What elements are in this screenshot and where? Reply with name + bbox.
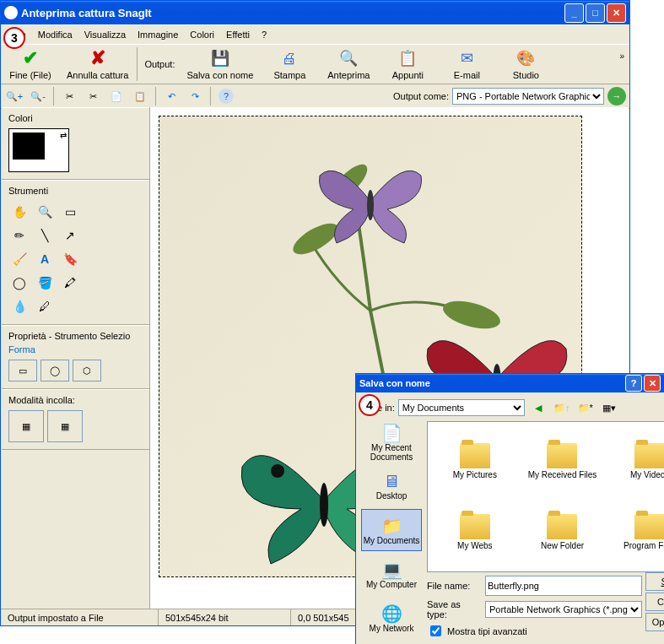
svg-point-7 — [320, 483, 328, 527]
maximize-button[interactable]: □ — [586, 3, 605, 23]
format-combo[interactable]: PNG - Portable Network Graphics — [452, 88, 604, 105]
menubar: File Modifica Visualizza Immagine Colori… — [1, 24, 629, 44]
place-mynet[interactable]: 🌐My Network — [361, 597, 422, 639]
pencil-tool[interactable]: ✏ — [8, 225, 30, 246]
help-icon: ? — [219, 89, 234, 104]
menu-visualizza[interactable]: Visualizza — [79, 28, 131, 41]
cut-button[interactable]: ✂ — [83, 86, 103, 106]
menu-immagine[interactable]: Immagine — [132, 28, 183, 41]
cancel-label: Annulla cattura — [67, 70, 128, 80]
minimize-button[interactable]: _ — [564, 3, 584, 23]
properties-title: Proprietà - Strumento Selezio — [5, 329, 146, 343]
paste-mode-2[interactable]: ▦ — [47, 410, 83, 442]
save-as-button[interactable]: 💾Salva con nome — [180, 46, 260, 82]
place-recent[interactable]: 📄My Recent Documents — [361, 421, 422, 463]
cancel-capture-button[interactable]: ✘ Annulla cattura — [60, 46, 135, 82]
output-come-label: Output come: — [393, 91, 449, 101]
annotation-3: 3 — [3, 27, 25, 49]
zoom-in-button[interactable]: 🔍+ — [4, 86, 24, 106]
zoom-out-button[interactable]: 🔍- — [28, 86, 48, 106]
folder-videos[interactable]: My Videos — [607, 427, 664, 495]
zoom-tool[interactable]: 🔍 — [34, 201, 56, 223]
clipboard-button[interactable]: 📋Appunti — [378, 46, 437, 82]
type-combo[interactable]: Portable Network Graphics (*.png) — [485, 601, 642, 618]
fill-tool[interactable]: 🪣 — [34, 272, 56, 294]
color-swatch[interactable]: ⇄ — [8, 128, 69, 172]
place-desktop[interactable]: 🖥Desktop — [361, 465, 422, 507]
undo-icon: ↶ — [168, 91, 175, 102]
folder-program[interactable]: Program Files — [607, 499, 664, 567]
finish-label: Fine (File) — [9, 70, 51, 80]
email-button[interactable]: ✉E-mail — [437, 46, 496, 82]
advanced-checkbox[interactable] — [430, 625, 441, 636]
folder-new[interactable]: New Folder — [521, 499, 605, 567]
marker-tool[interactable]: 🖊 — [34, 295, 56, 317]
save-help-button[interactable]: ? — [625, 375, 642, 392]
menu-help[interactable]: ? — [256, 28, 272, 41]
swap-icon[interactable]: ⇄ — [60, 131, 67, 140]
place-mydocs[interactable]: 📁My Documents — [361, 509, 422, 551]
line-tool[interactable]: ╲ — [34, 225, 56, 246]
copy-icon: 📄 — [111, 91, 122, 102]
arrow-tool[interactable]: ↗ — [59, 225, 81, 246]
cancel-button[interactable]: Cancel — [645, 593, 664, 611]
select-tool[interactable]: ▭ — [59, 201, 81, 223]
paste-button[interactable]: 📋 — [130, 86, 150, 106]
close-button[interactable]: ✕ — [607, 3, 626, 23]
titlebar: Anteprima cattura SnagIt _ □ ✕ — [1, 1, 629, 24]
places-bar: 📄My Recent Documents 🖥Desktop 📁My Docume… — [361, 421, 422, 639]
hand-tool[interactable]: ✋ — [8, 201, 30, 223]
preview-icon: 🔍 — [339, 48, 358, 68]
preview-button[interactable]: 🔍Anteprima — [319, 46, 378, 82]
views-button[interactable]: ▦▾ — [599, 398, 619, 418]
save-button[interactable]: Save — [645, 572, 664, 591]
finish-button[interactable]: ✔ Fine (File) — [1, 46, 60, 82]
mydocs-icon: 📁 — [381, 516, 402, 536]
overflow-icon[interactable]: » — [619, 51, 624, 61]
menu-effetti[interactable]: Effetti — [221, 28, 255, 41]
help-button[interactable]: ? — [216, 86, 236, 106]
print-button[interactable]: 🖨Stampa — [260, 46, 319, 82]
back-button[interactable]: ◀ — [528, 398, 548, 418]
sidebar: Colori ⇄ Strumenti ✋ 🔍 ▭ ✏ ╲ ↗ 🧹 A 🔖 ◯ 🪣 — [2, 107, 150, 609]
shape-tool[interactable]: ◯ — [8, 272, 30, 294]
filename-label: File name: — [427, 581, 482, 591]
mynet-icon: 🌐 — [381, 603, 402, 624]
menu-modifica[interactable]: Modifica — [33, 28, 78, 41]
filename-input[interactable] — [485, 576, 642, 596]
crop-button[interactable]: ✂ — [59, 86, 79, 106]
redo-icon: ↷ — [192, 91, 199, 102]
text-tool[interactable]: A — [34, 248, 56, 270]
undo-button[interactable]: ↶ — [161, 86, 181, 106]
menu-colori[interactable]: Colori — [185, 28, 219, 41]
shape-ellipse[interactable]: ◯ — [40, 360, 69, 382]
folder-webs[interactable]: My Webs — [433, 499, 517, 567]
go-button[interactable]: → — [607, 87, 626, 106]
clipboard-icon: 📋 — [398, 48, 417, 68]
options-button[interactable]: Opzioni... — [645, 613, 664, 631]
folder-pictures[interactable]: My Pictures — [433, 427, 517, 495]
annotation-4: 4 — [359, 394, 381, 416]
folder-list[interactable]: My Pictures My Received Files My Videos … — [427, 421, 664, 572]
place-mycomp[interactable]: 💻My Computer — [361, 553, 422, 595]
studio-button[interactable]: 🎨Studio — [496, 46, 555, 82]
stamp-tool[interactable]: 🔖 — [59, 248, 81, 270]
newfolder-button[interactable]: 📁* — [575, 398, 596, 418]
properties-panel: Proprietà - Strumento Selezio Forma ▭ ◯ … — [2, 325, 149, 389]
folder-received[interactable]: My Received Files — [521, 427, 605, 495]
save-close-button[interactable]: ✕ — [644, 375, 661, 392]
redo-button[interactable]: ↷ — [185, 86, 205, 106]
shape-rect[interactable]: ▭ — [8, 360, 37, 382]
check-icon: ✔ — [23, 48, 38, 68]
window-title: Anteprima cattura SnagIt — [21, 7, 152, 19]
savein-combo[interactable]: My Documents — [398, 399, 525, 416]
copy-button[interactable]: 📄 — [106, 86, 127, 106]
folder-icon — [460, 514, 490, 539]
shape-freehand[interactable]: ⬡ — [73, 360, 101, 382]
folder-icon — [460, 443, 490, 468]
eyedropper-tool[interactable]: 💧 — [8, 295, 30, 317]
highlight-tool[interactable]: 🖍 — [59, 272, 81, 294]
paste-mode-1[interactable]: ▦ — [8, 410, 44, 442]
eraser-tool[interactable]: 🧹 — [8, 248, 30, 270]
up-button[interactable]: 📁↑ — [552, 398, 572, 418]
